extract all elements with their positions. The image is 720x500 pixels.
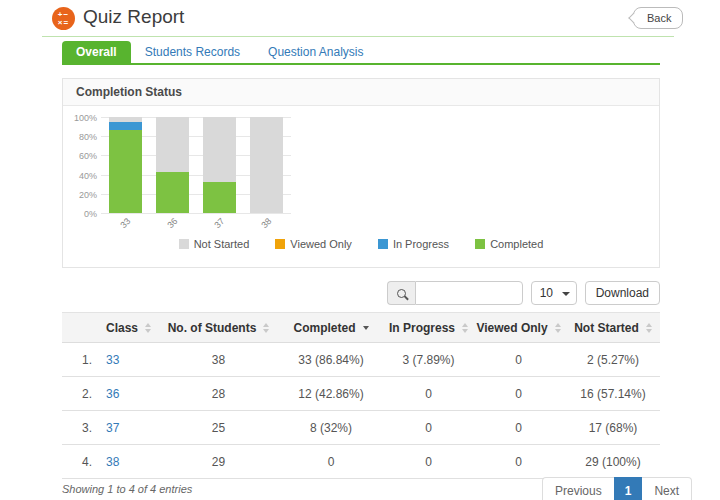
cell-students: 28 bbox=[161, 377, 276, 411]
header-row-number bbox=[62, 313, 96, 343]
cell-not-started: 16 (57.14%) bbox=[566, 377, 660, 411]
entries-summary: Showing 1 to 4 of 4 entries bbox=[62, 483, 192, 495]
bar-segment-not-started bbox=[250, 117, 283, 213]
bar-37: 37 bbox=[203, 117, 236, 213]
legend-swatch bbox=[275, 239, 285, 249]
cell-not-started: 17 (68%) bbox=[566, 411, 660, 445]
search-icon bbox=[397, 289, 406, 298]
header-in-progress[interactable]: In Progress bbox=[386, 313, 471, 343]
pagination-page-1[interactable]: 1 bbox=[614, 477, 643, 500]
completion-status-panel: Completion Status 100%80%60%40%20%0% 333… bbox=[62, 78, 660, 268]
panel-title: Completion Status bbox=[63, 79, 659, 106]
y-tick-label: 40% bbox=[63, 171, 97, 181]
row-number: 1. bbox=[62, 343, 96, 377]
overall-report-table: Class No. of Students Completed In Progr… bbox=[62, 312, 660, 479]
legend-item-viewed-only: Viewed Only bbox=[275, 238, 352, 250]
chart-legend: Not StartedViewed OnlyIn ProgressComplet… bbox=[63, 238, 659, 250]
sort-icon[interactable] bbox=[145, 323, 151, 333]
tab-bar: Overall Students Records Question Analys… bbox=[62, 42, 377, 63]
tab-students-records[interactable]: Students Records bbox=[131, 41, 254, 63]
bar-segment-in-progress bbox=[109, 122, 142, 130]
legend-item-in-progress: In Progress bbox=[378, 238, 449, 250]
cell-in-progress: 3 (7.89%) bbox=[386, 343, 471, 377]
legend-item-completed: Completed bbox=[475, 238, 543, 250]
bar-36: 36 bbox=[156, 117, 189, 213]
cell-completed: 12 (42.86%) bbox=[276, 377, 386, 411]
table-header-row: Class No. of Students Completed In Progr… bbox=[62, 313, 660, 343]
quiz-report-page: +−×= Quiz Report Back Overall Students R… bbox=[0, 0, 720, 500]
tab-overall[interactable]: Overall bbox=[62, 41, 131, 63]
bar-track bbox=[250, 117, 283, 213]
tab-question-analysis[interactable]: Question Analysis bbox=[254, 41, 377, 63]
math-quiz-icon: +−×= bbox=[52, 7, 75, 30]
bar-segment-completed bbox=[203, 182, 236, 213]
y-axis: 100%80%60%40%20%0% bbox=[63, 117, 97, 213]
legend-swatch bbox=[179, 239, 189, 249]
sort-icon[interactable] bbox=[646, 323, 652, 333]
search-group bbox=[387, 281, 523, 305]
header-no-of-students[interactable]: No. of Students bbox=[161, 313, 276, 343]
legend-swatch bbox=[378, 239, 388, 249]
cell-students: 38 bbox=[161, 343, 276, 377]
cell-completed: 33 (86.84%) bbox=[276, 343, 386, 377]
table-row: 2. 36 28 12 (42.86%) 0 0 16 (57.14%) bbox=[62, 377, 660, 411]
y-tick-label: 100% bbox=[63, 113, 97, 123]
sort-icon[interactable] bbox=[263, 323, 269, 333]
cell-completed: 0 bbox=[276, 445, 386, 479]
header-not-started[interactable]: Not Started bbox=[566, 313, 660, 343]
header-divider bbox=[42, 36, 674, 37]
header-completed[interactable]: Completed bbox=[276, 313, 386, 343]
bars: 33363738 bbox=[109, 117, 283, 213]
cell-in-progress: 0 bbox=[386, 411, 471, 445]
legend-label: Not Started bbox=[194, 238, 250, 250]
y-tick-label: 60% bbox=[63, 151, 97, 161]
cell-not-started: 2 (5.27%) bbox=[566, 343, 660, 377]
search-addon bbox=[387, 281, 415, 305]
row-number: 4. bbox=[62, 445, 96, 479]
pagination-previous[interactable]: Previous bbox=[542, 477, 614, 500]
bar-track bbox=[203, 117, 236, 213]
header-class[interactable]: Class bbox=[96, 313, 161, 343]
back-button-label: Back bbox=[647, 12, 671, 24]
cell-students: 29 bbox=[161, 445, 276, 479]
sort-icon[interactable] bbox=[462, 323, 468, 333]
caret-down-icon bbox=[562, 292, 570, 296]
cell-in-progress: 0 bbox=[386, 445, 471, 479]
search-input[interactable] bbox=[415, 281, 523, 305]
cell-viewed-only: 0 bbox=[471, 377, 566, 411]
download-button[interactable]: Download bbox=[585, 281, 660, 305]
legend-label: Viewed Only bbox=[290, 238, 352, 250]
tab-underline bbox=[62, 63, 660, 65]
bar-segment-completed bbox=[156, 172, 189, 213]
header-viewed-only[interactable]: Viewed Only bbox=[471, 313, 566, 343]
back-button[interactable]: Back bbox=[633, 7, 683, 29]
cell-students: 25 bbox=[161, 411, 276, 445]
pagination: Previous 1 Next bbox=[542, 477, 692, 500]
sort-desc-icon[interactable] bbox=[363, 326, 369, 330]
bar-33: 33 bbox=[109, 117, 142, 213]
cell-completed: 8 (32%) bbox=[276, 411, 386, 445]
cell-viewed-only: 0 bbox=[471, 343, 566, 377]
class-link[interactable]: 38 bbox=[106, 455, 119, 469]
legend-swatch bbox=[475, 239, 485, 249]
plot-area: 33363738 bbox=[101, 117, 291, 213]
page-size-select[interactable]: 10 bbox=[531, 281, 577, 305]
pagination-next[interactable]: Next bbox=[642, 477, 692, 500]
row-number: 2. bbox=[62, 377, 96, 411]
bar-segment-completed bbox=[109, 130, 142, 213]
page-size-value: 10 bbox=[540, 286, 553, 300]
bar-38: 38 bbox=[250, 117, 283, 213]
table-row: 3. 37 25 8 (32%) 0 0 17 (68%) bbox=[62, 411, 660, 445]
row-number: 3. bbox=[62, 411, 96, 445]
legend-label: In Progress bbox=[393, 238, 449, 250]
sort-icon[interactable] bbox=[555, 323, 561, 333]
class-link[interactable]: 36 bbox=[106, 387, 119, 401]
table-row: 1. 33 38 33 (86.84%) 3 (7.89%) 0 2 (5.27… bbox=[62, 343, 660, 377]
table-row: 4. 38 29 0 0 0 29 (100%) bbox=[62, 445, 660, 479]
y-tick-label: 20% bbox=[63, 190, 97, 200]
page-title: Quiz Report bbox=[83, 6, 184, 28]
y-tick-label: 0% bbox=[63, 209, 97, 219]
class-link[interactable]: 33 bbox=[106, 353, 119, 367]
cell-viewed-only: 0 bbox=[471, 411, 566, 445]
class-link[interactable]: 37 bbox=[106, 421, 119, 435]
